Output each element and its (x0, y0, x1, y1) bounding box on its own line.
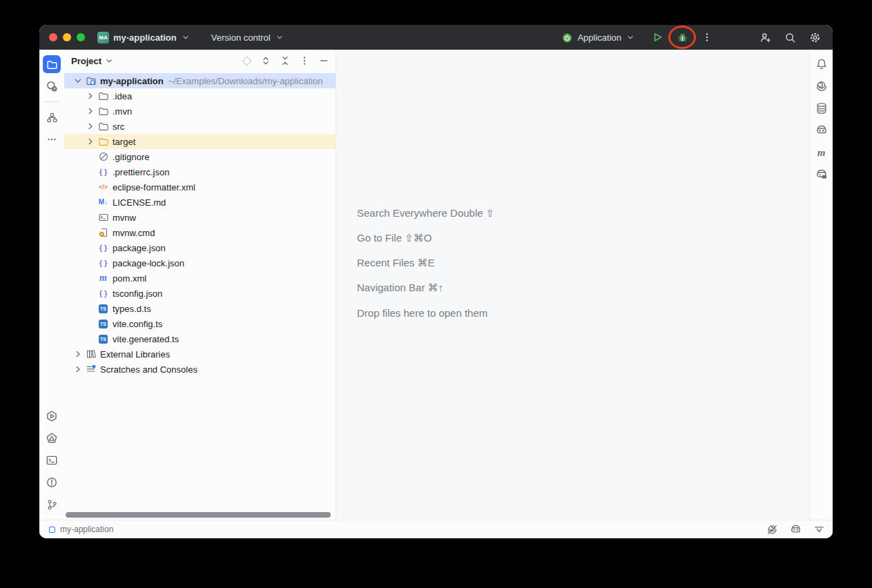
tree-item-label: mvnw (113, 213, 136, 223)
code-with-me-button[interactable] (755, 28, 775, 47)
ai-assistant-status-button[interactable] (765, 522, 779, 536)
locate-file-button[interactable] (239, 53, 254, 68)
notifications-button[interactable] (813, 56, 830, 72)
tree-row[interactable]: .idea (64, 88, 336, 104)
chevron-right-icon[interactable] (85, 121, 96, 132)
vcs-widget[interactable]: Version control (206, 30, 290, 46)
typescript-icon: TS (97, 333, 109, 344)
json-icon: { } (97, 257, 109, 268)
svg-text:?: ? (53, 87, 56, 91)
collapse-all-button[interactable] (278, 53, 293, 68)
tree-row[interactable]: TSvite.generated.ts (64, 331, 336, 346)
tree-item-label: my-application (100, 76, 164, 86)
tree-row[interactable]: .gitignore (64, 149, 336, 164)
structure-tool-window-button[interactable] (43, 108, 61, 126)
tree-row[interactable]: External Libraries (64, 346, 336, 362)
expand-all-button[interactable] (258, 53, 273, 68)
maven-button[interactable]: m (813, 144, 830, 161)
maven-icon: m (97, 273, 109, 284)
commit-tool-window-button[interactable]: ? (43, 77, 61, 95)
ai-assistant-button[interactable] (813, 78, 830, 95)
shortcut-hint-line: Recent Files ⌘E (357, 251, 494, 275)
project-tree: my-application~/Examples/Downloads/my-ap… (64, 72, 336, 520)
debug-bug-icon (677, 32, 688, 43)
gear-icon (809, 32, 821, 43)
chevron-down-icon[interactable] (104, 56, 114, 66)
tree-item-label: target (113, 137, 135, 147)
chevron-right-icon[interactable] (85, 90, 96, 101)
tree-row[interactable]: mpom.xml (64, 271, 336, 286)
copilot-chat-icon (815, 168, 828, 181)
folder-icon (97, 121, 109, 132)
close-window-button[interactable] (49, 33, 57, 41)
tree-row[interactable]: target (64, 134, 336, 149)
settings-button[interactable] (805, 28, 824, 47)
maven-m-icon: m (817, 148, 826, 158)
tree-row[interactable]: TSvite.config.ts (64, 316, 336, 331)
endpoints-tool-window-button[interactable] (43, 429, 61, 447)
tree-row[interactable]: { }.prettierrc.json (64, 164, 336, 179)
tree-row[interactable]: { }tsconfig.json (64, 286, 336, 301)
project-tool-window-button[interactable] (43, 55, 61, 73)
copilot-chat-button[interactable] (813, 166, 830, 183)
copilot-status-button[interactable] (788, 522, 802, 536)
xml-icon: </> (97, 182, 109, 193)
search-everywhere-button[interactable] (780, 28, 800, 47)
tree-item-label: .prettierrc.json (113, 167, 169, 177)
endpoints-icon (46, 432, 58, 444)
services-tool-window-button[interactable] (43, 407, 61, 425)
debug-button[interactable] (672, 28, 692, 47)
tree-row[interactable]: M↓LICENSE.md (64, 195, 336, 210)
editor-empty-area[interactable]: Search Everywhere Double ⇧Go to File ⇧⌘O… (336, 50, 809, 520)
shortcut-hints: Search Everywhere Double ⇧Go to File ⇧⌘O… (357, 201, 494, 325)
tree-item-label: package-lock.json (113, 258, 184, 268)
shortcut-hint-line: Navigation Bar ⌘↑ (357, 275, 494, 300)
tree-row[interactable]: my-application~/Examples/Downloads/my-ap… (64, 73, 336, 88)
status-project-label[interactable]: my-application (60, 525, 113, 534)
more-tool-windows-button[interactable] (43, 130, 61, 148)
hide-panel-button[interactable] (316, 53, 331, 68)
tree-row[interactable]: { }package-lock.json (64, 255, 336, 271)
chevron-spacer (85, 318, 96, 329)
tree-row[interactable]: </>eclipse-formatter.xml (64, 179, 336, 195)
tree-item-label: package.json (113, 243, 166, 253)
database-button[interactable] (813, 100, 830, 117)
filter-funnel-button[interactable] (812, 522, 826, 536)
project-panel-header: Project (64, 50, 336, 72)
ignored-icon (97, 151, 109, 162)
chevron-right-icon[interactable] (85, 136, 96, 147)
spring-boot-run-icon (561, 32, 573, 43)
chevron-down-icon[interactable] (72, 75, 84, 86)
chevron-down-icon (626, 32, 635, 42)
panel-options-button[interactable] (297, 53, 312, 68)
minimize-icon (318, 55, 329, 66)
tree-row[interactable]: mvnw (64, 210, 336, 225)
horizontal-scrollbar[interactable] (66, 512, 331, 518)
maximize-window-button[interactable] (77, 33, 85, 41)
database-icon (815, 102, 828, 115)
tree-row[interactable]: Scratches and Consoles (64, 362, 336, 377)
minimize-window-button[interactable] (63, 33, 71, 41)
project-widget[interactable]: MA my-application (92, 29, 196, 46)
run-button[interactable] (648, 28, 667, 47)
problems-tool-window-button[interactable] (43, 473, 61, 491)
tree-row[interactable]: src (64, 119, 336, 134)
chevron-right-icon[interactable] (72, 349, 84, 360)
tree-row[interactable]: mvnw.cmd (64, 225, 336, 240)
terminal-tool-window-button[interactable] (43, 451, 61, 469)
run-configuration-widget[interactable]: Application (556, 29, 641, 46)
chevron-right-icon[interactable] (85, 106, 96, 117)
chevron-spacer (85, 197, 96, 208)
tree-item-label: External Libraries (100, 349, 170, 360)
tree-row[interactable]: TStypes.d.ts (64, 301, 336, 316)
project-panel-title: Project (71, 56, 101, 66)
kebab-menu-icon (299, 55, 310, 66)
tree-row[interactable]: { }package.json (64, 240, 336, 255)
github-copilot-button[interactable] (813, 122, 830, 139)
chevron-spacer (85, 333, 96, 344)
git-tool-window-button[interactable] (43, 496, 61, 513)
json-icon: { } (97, 242, 109, 253)
more-actions-button[interactable] (697, 28, 717, 47)
chevron-right-icon[interactable] (72, 364, 84, 375)
tree-row[interactable]: .mvn (64, 104, 336, 119)
